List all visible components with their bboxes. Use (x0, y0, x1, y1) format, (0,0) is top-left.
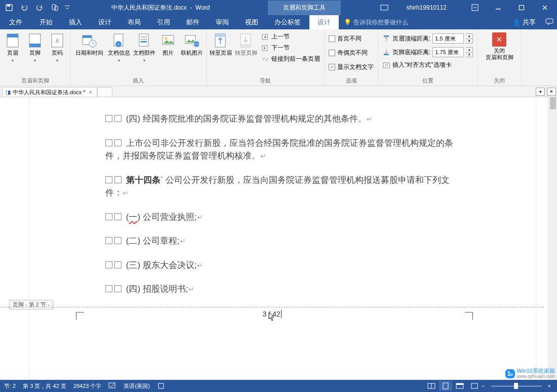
qat-touch-icon[interactable] (48, 1, 62, 14)
comments-icon[interactable] (542, 15, 557, 28)
spin-down-icon[interactable]: ▼ (466, 53, 472, 57)
tab-close-all[interactable]: ✕ (547, 88, 556, 96)
new-tab-area[interactable] (97, 87, 112, 97)
header-distance-input[interactable]: 1.5 厘米 (432, 33, 464, 44)
minimize-button[interactable] (488, 0, 508, 15)
docinfo-icon: i (111, 32, 127, 49)
tab-close-icon[interactable]: × (88, 89, 94, 95)
spin-down-icon[interactable]: ▼ (466, 39, 472, 44)
picture-button[interactable]: 图片 (157, 30, 179, 58)
autosave-icon (380, 4, 388, 11)
status-section[interactable]: 节: 2 (4, 382, 16, 390)
odd-even-diff-checkbox[interactable]: 奇偶页不同 (327, 48, 376, 58)
tab-file[interactable]: 文件 (0, 15, 31, 29)
tab-design[interactable]: 设计 (90, 15, 120, 29)
share-button[interactable]: 👤 共享 (506, 15, 542, 29)
docparts-button[interactable]: 文档部件 ▼ (132, 30, 156, 66)
goto-footer-button[interactable]: 转至页脚 (234, 30, 258, 58)
tab-insert[interactable]: 插入 (61, 15, 90, 29)
svg-rect-25 (141, 41, 147, 43)
zoom-slider-thumb[interactable] (514, 383, 518, 389)
page-number-button[interactable]: # 页码 ▼ (47, 30, 68, 66)
show-doc-text-checkbox[interactable]: ✓显示文档文字 (327, 62, 376, 72)
svg-rect-40 (158, 383, 164, 388)
header-from-top-row: 页眉顶端距离: 1.5 厘米 ▲▼ (380, 32, 475, 45)
footer-icon (27, 32, 43, 49)
prev-section-button[interactable]: 上一节 (259, 31, 322, 42)
user-name: shirh19910112 (407, 4, 447, 11)
header-button[interactable]: 页眉 ▼ (2, 30, 23, 66)
document-tab[interactable]: ◨ 中华人民共和国证券法.docx * × (2, 87, 97, 97)
close-x-icon: ✕ (492, 32, 506, 47)
view-read-mode[interactable] (425, 381, 438, 391)
next-section-button[interactable]: 下一节 (259, 43, 322, 53)
svg-rect-7 (496, 9, 501, 10)
tellme-input[interactable]: 💡 告诉我你想要做什么 (339, 15, 413, 29)
zoom-fit-icon[interactable] (470, 382, 479, 389)
spin-up-icon[interactable]: ▲ (466, 34, 472, 39)
close-button[interactable] (535, 0, 555, 15)
svg-rect-1 (7, 5, 10, 7)
footer-button[interactable]: 页脚 ▼ (24, 30, 46, 66)
svg-rect-44 (456, 383, 463, 385)
view-print-layout[interactable] (439, 381, 452, 391)
online-picture-button[interactable]: 联机图片 (180, 30, 204, 58)
svg-rect-3 (55, 6, 58, 11)
group-label-position: 位置 (380, 76, 475, 86)
spellcheck-icon[interactable] (108, 382, 116, 389)
svg-rect-4 (65, 6, 70, 6)
docinfo-button[interactable]: i 文档信息 ▼ (107, 30, 131, 66)
document-body[interactable]: (四) 经国务院批准的国务院证券监督管理机构规定的其他条件。↵ 上市公司非公开发… (29, 97, 536, 296)
tab-references[interactable]: 引用 (149, 15, 178, 29)
svg-rect-38 (383, 63, 389, 68)
tab-hf-design[interactable]: 设计 (309, 15, 339, 29)
checkbox-icon (329, 35, 335, 42)
zoom-in-button[interactable]: + (546, 383, 553, 389)
zoom-out-button[interactable]: − (480, 383, 487, 389)
zoom-slider[interactable] (491, 385, 542, 387)
tab-review[interactable]: 审阅 (208, 15, 237, 29)
maximize-button[interactable] (511, 0, 532, 15)
spin-buttons[interactable]: ▲▼ (466, 47, 473, 57)
tab-home[interactable]: 开始 (31, 15, 61, 29)
scrollbar-thumb[interactable] (550, 97, 556, 109)
tab-mailings[interactable]: 邮件 (178, 15, 208, 29)
qat-save-icon[interactable] (2, 1, 16, 14)
group-label-insert: 插入 (72, 76, 204, 86)
paragraph: (二) 公司章程;↵ (105, 234, 460, 248)
datetime-button[interactable]: 日期和时间 (72, 30, 106, 58)
link-previous-button[interactable]: 链接到前一条页眉 (259, 54, 322, 64)
insert-alignment-tab-button[interactable]: 插入"对齐方式"选项卡 (380, 60, 475, 70)
ribbon-display-icon[interactable] (465, 0, 485, 15)
status-language[interactable]: 英语(美国) (124, 382, 149, 390)
svg-point-27 (165, 37, 168, 40)
qat-customize-icon[interactable] (63, 1, 72, 14)
goto-header-button[interactable]: 转至页眉 (209, 30, 233, 58)
qat-undo-icon[interactable] (17, 1, 31, 14)
checkbox-icon (329, 50, 335, 56)
svg-rect-36 (384, 35, 389, 37)
vertical-scrollbar[interactable] (548, 97, 557, 380)
svg-rect-33 (241, 44, 251, 47)
svg-rect-8 (520, 6, 524, 10)
qat-redo-icon[interactable] (32, 1, 47, 14)
tab-office-tabs[interactable]: 办公标签 (266, 15, 309, 29)
footer-distance-input[interactable]: 1.75 厘米 (432, 47, 464, 57)
spin-buttons[interactable]: ▲▼ (466, 33, 473, 44)
macro-icon[interactable] (157, 382, 165, 389)
chevron-down-icon: ▼ (117, 57, 121, 64)
first-page-diff-checkbox[interactable]: 首页不同 (327, 33, 376, 44)
tab-layout[interactable]: 布局 (120, 15, 149, 29)
align-tab-icon (382, 61, 390, 69)
paragraph: 第十四条° 公司公开发行新股，应当向国务院证券监督管理机构报送募股申请和下列文件… (105, 174, 460, 200)
tab-list-dropdown[interactable]: ▾ (536, 88, 545, 96)
view-web-layout[interactable] (453, 381, 466, 391)
paragraph: (四) 招股说明书;↵ (105, 283, 460, 296)
chevron-down-icon: ▼ (11, 57, 15, 64)
status-page[interactable]: 第 3 页，共 42 页 (23, 382, 66, 390)
tab-view[interactable]: 视图 (237, 15, 266, 29)
svg-rect-45 (471, 383, 478, 388)
close-hf-button[interactable]: ✕ 关闭 页眉和页脚 (480, 30, 519, 63)
status-words[interactable]: 28423 个字 (73, 382, 102, 390)
spin-up-icon[interactable]: ▲ (466, 48, 472, 53)
